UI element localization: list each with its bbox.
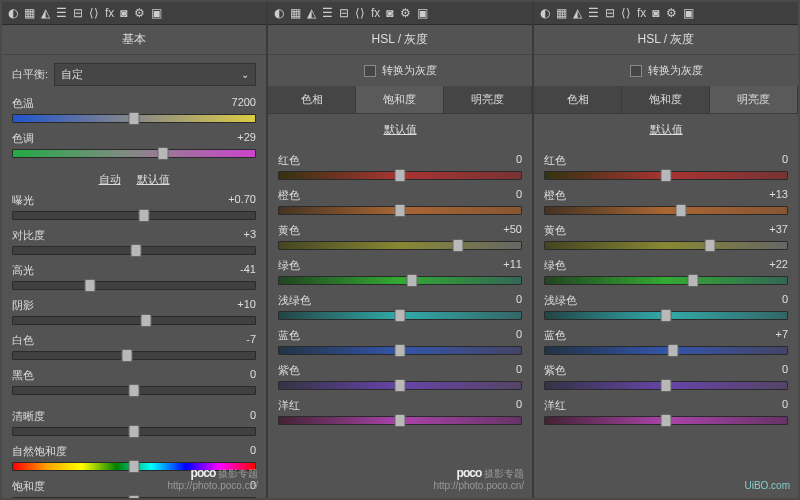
slider-thumb[interactable] <box>395 204 406 217</box>
tool-icon[interactable]: fx <box>105 6 114 20</box>
tool-icon[interactable]: ◙ <box>120 6 127 20</box>
slider-track[interactable] <box>12 246 256 255</box>
slider-track[interactable] <box>278 381 522 390</box>
slider-thumb[interactable] <box>661 309 672 322</box>
slider-track[interactable] <box>278 206 522 215</box>
tool-icon[interactable]: ⊟ <box>339 6 349 20</box>
slider-thumb[interactable] <box>668 344 679 357</box>
slider-label: 蓝色 <box>544 328 566 343</box>
tool-icon[interactable]: ⟨⟩ <box>621 6 631 20</box>
wb-select[interactable]: 自定 <box>54 63 256 86</box>
slider-track[interactable] <box>544 276 788 285</box>
tool-icon[interactable]: ☰ <box>588 6 599 20</box>
slider-thumb[interactable] <box>129 425 140 438</box>
slider-thumb[interactable] <box>661 379 672 392</box>
tab-0[interactable]: 色相 <box>534 86 622 113</box>
tool-icon[interactable]: ▦ <box>556 6 567 20</box>
tool-icon[interactable]: ▦ <box>290 6 301 20</box>
tool-icon[interactable]: ⊟ <box>73 6 83 20</box>
slider-label: 浅绿色 <box>544 293 577 308</box>
slider-thumb[interactable] <box>121 349 132 362</box>
tool-icon[interactable]: ▦ <box>24 6 35 20</box>
slider-thumb[interactable] <box>129 384 140 397</box>
slider-thumb[interactable] <box>704 239 715 252</box>
slider-track[interactable] <box>544 241 788 250</box>
slider-track[interactable] <box>544 416 788 425</box>
slider-track[interactable] <box>12 316 256 325</box>
tool-icon[interactable]: ⊟ <box>605 6 615 20</box>
slider-track[interactable] <box>12 351 256 360</box>
slider-thumb[interactable] <box>141 314 152 327</box>
slider-track[interactable] <box>12 386 256 395</box>
slider-track[interactable] <box>278 171 522 180</box>
slider-track[interactable] <box>544 171 788 180</box>
slider-track[interactable] <box>278 241 522 250</box>
grayscale-checkbox[interactable] <box>630 65 642 77</box>
slider-track[interactable] <box>278 416 522 425</box>
tool-icon[interactable]: ◙ <box>652 6 659 20</box>
tool-icon[interactable]: ◭ <box>41 6 50 20</box>
slider-track[interactable] <box>278 346 522 355</box>
slider-track[interactable] <box>12 211 256 220</box>
slider-track[interactable] <box>544 381 788 390</box>
slider-track[interactable] <box>544 311 788 320</box>
slider-thumb[interactable] <box>129 460 140 473</box>
slider-thumb[interactable] <box>395 169 406 182</box>
slider-track[interactable] <box>278 276 522 285</box>
slider-label: 色调 <box>12 131 34 146</box>
grayscale-checkbox[interactable] <box>364 65 376 77</box>
slider-thumb[interactable] <box>661 169 672 182</box>
slider-thumb[interactable] <box>661 414 672 427</box>
tool-icon[interactable]: ☰ <box>322 6 333 20</box>
tab-1[interactable]: 饱和度 <box>356 86 444 113</box>
slider-thumb[interactable] <box>407 274 418 287</box>
slider-track[interactable] <box>12 149 256 158</box>
tool-icon[interactable]: fx <box>637 6 646 20</box>
tab-1[interactable]: 饱和度 <box>622 86 710 113</box>
tool-icon[interactable]: ⚙ <box>134 6 145 20</box>
slider-thumb[interactable] <box>675 204 686 217</box>
slider-track[interactable] <box>544 346 788 355</box>
tool-icon[interactable]: ◭ <box>573 6 582 20</box>
default-link[interactable]: 默认值 <box>268 114 532 145</box>
tool-icon[interactable]: ⚙ <box>666 6 677 20</box>
tab-2[interactable]: 明亮度 <box>710 86 798 113</box>
tool-icon[interactable]: ▣ <box>151 6 162 20</box>
slider-thumb[interactable] <box>395 309 406 322</box>
tool-icon[interactable]: ◐ <box>274 6 284 20</box>
slider-track[interactable] <box>12 427 256 436</box>
slider-thumb[interactable] <box>138 209 149 222</box>
tool-icon[interactable]: ◙ <box>386 6 393 20</box>
slider-track[interactable] <box>12 281 256 290</box>
tool-icon[interactable]: ▣ <box>683 6 694 20</box>
tool-icon[interactable]: ◐ <box>540 6 550 20</box>
tool-icon[interactable]: ⟨⟩ <box>89 6 99 20</box>
default-link[interactable]: 默认值 <box>137 172 170 187</box>
slider-track[interactable] <box>544 206 788 215</box>
tool-icon[interactable]: ▣ <box>417 6 428 20</box>
default-link[interactable]: 默认值 <box>534 114 798 145</box>
tool-icon[interactable]: ◭ <box>307 6 316 20</box>
tool-icon[interactable]: ◐ <box>8 6 18 20</box>
slider-track[interactable] <box>12 497 256 498</box>
slider-thumb[interactable] <box>453 239 464 252</box>
slider-thumb[interactable] <box>129 495 140 498</box>
slider-track[interactable] <box>278 311 522 320</box>
slider-thumb[interactable] <box>158 147 169 160</box>
slider-track[interactable] <box>12 114 256 123</box>
slider-thumb[interactable] <box>131 244 142 257</box>
tool-icon[interactable]: fx <box>371 6 380 20</box>
slider-thumb[interactable] <box>395 414 406 427</box>
slider-value: +10 <box>237 298 256 313</box>
tool-icon[interactable]: ☰ <box>56 6 67 20</box>
tab-0[interactable]: 色相 <box>268 86 356 113</box>
tool-icon[interactable]: ⚙ <box>400 6 411 20</box>
slider-thumb[interactable] <box>85 279 96 292</box>
slider-thumb[interactable] <box>129 112 140 125</box>
auto-link[interactable]: 自动 <box>99 172 121 187</box>
tab-2[interactable]: 明亮度 <box>444 86 532 113</box>
tool-icon[interactable]: ⟨⟩ <box>355 6 365 20</box>
slider-thumb[interactable] <box>687 274 698 287</box>
slider-thumb[interactable] <box>395 379 406 392</box>
slider-thumb[interactable] <box>395 344 406 357</box>
